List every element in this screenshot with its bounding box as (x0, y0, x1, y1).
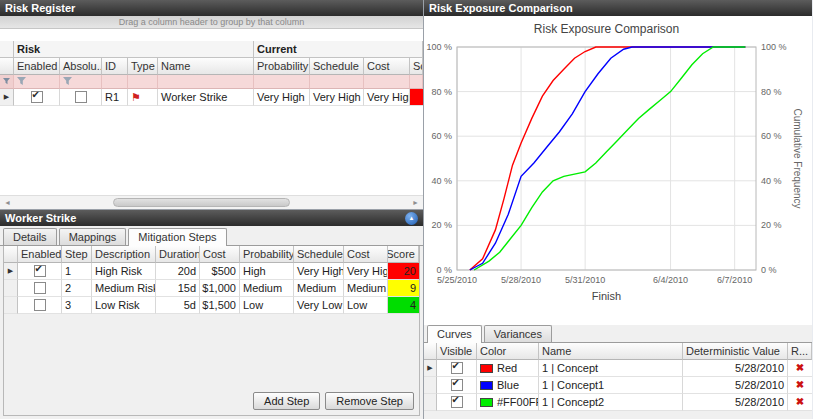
risk-name-cell[interactable]: Worker Strike (158, 89, 254, 106)
curve-name-cell[interactable]: 1 | Concept1 (539, 377, 683, 394)
curve-deterministic-cell[interactable]: 5/28/2010 (683, 377, 788, 394)
row-indicator[interactable] (4, 280, 18, 297)
column-header-type[interactable]: Type (128, 58, 158, 75)
curve-deterministic-cell[interactable]: 5/28/2010 (683, 360, 788, 377)
curve-name-cell[interactable]: 1 | Concept2 (539, 394, 683, 411)
row-indicator[interactable]: ▶ (424, 360, 437, 377)
step-cost2-cell[interactable]: Low (344, 297, 388, 314)
remove-step-button[interactable]: Remove Step (325, 392, 414, 410)
column-header-schedule[interactable]: Schedule (294, 246, 344, 263)
enabled-checkbox[interactable] (34, 265, 46, 277)
enabled-checkbox[interactable] (34, 282, 46, 294)
step-schedule-cell[interactable]: Medium (294, 280, 344, 297)
column-header-name[interactable]: Name (539, 343, 683, 360)
step-probability-cell[interactable]: High (240, 263, 294, 280)
column-header-id[interactable]: ID (102, 58, 128, 75)
risk-exposure-titlebar[interactable]: Risk Exposure Comparison (424, 0, 812, 16)
step-description-cell[interactable]: High Risk (92, 263, 156, 280)
collapse-panel-button[interactable]: ▲ (405, 212, 418, 225)
column-header-step[interactable]: Step (62, 246, 92, 263)
step-cost-cell[interactable]: $1,000 (200, 280, 240, 297)
step-cost2-cell[interactable]: Medium (344, 280, 388, 297)
filter-cell-cost[interactable] (364, 75, 410, 89)
absolute-checkbox[interactable] (75, 91, 87, 103)
filter-cell-type[interactable] (128, 75, 158, 89)
column-header-visible[interactable]: Visible (437, 343, 477, 360)
curve-color-cell[interactable]: Blue (477, 377, 539, 394)
step-duration-cell[interactable]: 15d (156, 280, 200, 297)
step-cost-cell[interactable]: $1,500 (200, 297, 240, 314)
column-header-enabled[interactable]: Enabled (14, 58, 60, 75)
scroll-right-arrow-icon[interactable]: ► (408, 196, 423, 209)
tab-variances[interactable]: Variances (484, 325, 552, 342)
column-header-duration[interactable]: Duration (156, 246, 200, 263)
step-number-cell[interactable]: 1 (62, 263, 92, 280)
visible-checkbox[interactable] (451, 396, 463, 408)
curve-visible-cell[interactable] (437, 360, 477, 377)
filter-cell-score[interactable] (410, 75, 423, 89)
group-by-panel[interactable]: Drag a column header to group by that co… (0, 16, 423, 29)
column-header-score[interactable]: Sc (410, 58, 423, 75)
enabled-checkbox[interactable] (34, 299, 46, 311)
filter-cell-id[interactable] (102, 75, 128, 89)
step-duration-cell[interactable]: 20d (156, 263, 200, 280)
filter-cell-schedule[interactable] (310, 75, 364, 89)
horizontal-scrollbar[interactable]: ◄ ► (0, 195, 423, 209)
risk-enabled-cell[interactable] (14, 89, 60, 106)
column-header-cost2[interactable]: Cost (344, 246, 388, 263)
filter-cell-probability[interactable] (254, 75, 310, 89)
step-description-cell[interactable]: Medium Risk (92, 280, 156, 297)
curve-name-cell[interactable]: 1 | Concept (539, 360, 683, 377)
filter-cell-absolute[interactable] (60, 75, 102, 89)
column-header-score[interactable]: Score (388, 246, 419, 263)
filter-cell-name[interactable] (158, 75, 254, 89)
tab-mappings[interactable]: Mappings (59, 228, 127, 245)
step-number-cell[interactable]: 3 (62, 297, 92, 314)
risk-absolute-cell[interactable] (60, 89, 102, 106)
column-header-probability[interactable]: Probability (254, 58, 310, 75)
step-enabled-cell[interactable] (18, 280, 62, 297)
curve-delete-cell[interactable]: ✖ (788, 360, 812, 377)
scrollbar-track[interactable] (15, 196, 408, 209)
curve-color-cell[interactable]: #FF00FF00 (477, 394, 539, 411)
step-number-cell[interactable]: 2 (62, 280, 92, 297)
step-cost2-cell[interactable]: Very High (344, 263, 388, 280)
curve-color-cell[interactable]: Red (477, 360, 539, 377)
add-step-button[interactable]: Add Step (253, 392, 320, 410)
step-score-cell[interactable]: 20 (388, 263, 419, 280)
filter-cell-enabled[interactable] (14, 75, 60, 89)
step-cost-cell[interactable]: $500 (200, 263, 240, 280)
row-indicator[interactable]: ▶ (4, 263, 18, 280)
tab-mitigation-steps[interactable]: Mitigation Steps (128, 228, 226, 246)
column-header-description[interactable]: Description (92, 246, 156, 263)
visible-checkbox[interactable] (451, 379, 463, 391)
curve-visible-cell[interactable] (437, 394, 477, 411)
row-indicator[interactable] (424, 394, 437, 411)
column-header-deterministic-value[interactable]: Deterministic Value (683, 343, 788, 360)
row-indicator[interactable] (4, 297, 18, 314)
risk-register-titlebar[interactable]: Risk Register (0, 0, 423, 16)
curve-delete-cell[interactable]: ✖ (788, 377, 812, 394)
step-probability-cell[interactable]: Medium (240, 280, 294, 297)
step-enabled-cell[interactable] (18, 297, 62, 314)
risk-id-cell[interactable]: R1 (102, 89, 128, 106)
curve-delete-cell[interactable]: ✖ (788, 394, 812, 411)
column-header-cost[interactable]: Cost (200, 246, 240, 263)
curve-visible-cell[interactable] (437, 377, 477, 394)
scrollbar-thumb[interactable] (113, 198, 290, 207)
scroll-left-arrow-icon[interactable]: ◄ (0, 196, 15, 209)
risk-cost-cell[interactable]: Very High (364, 89, 410, 106)
mitigation-titlebar[interactable]: Worker Strike ▲ (0, 210, 423, 226)
step-enabled-cell[interactable] (18, 263, 62, 280)
step-schedule-cell[interactable]: Very High (294, 263, 344, 280)
step-schedule-cell[interactable]: Very Low (294, 297, 344, 314)
column-header-color[interactable]: Color (477, 343, 539, 360)
curve-deterministic-cell[interactable]: 5/28/2010 (683, 394, 788, 411)
column-header-schedule[interactable]: Schedule (310, 58, 364, 75)
step-duration-cell[interactable]: 5d (156, 297, 200, 314)
row-indicator[interactable]: ▶ (0, 89, 14, 106)
risk-probability-cell[interactable]: Very High (254, 89, 310, 106)
risk-type-cell[interactable]: ⚑ (128, 89, 158, 106)
column-header-enabled[interactable]: Enabled (18, 246, 62, 263)
delete-icon[interactable]: ✖ (796, 380, 804, 390)
